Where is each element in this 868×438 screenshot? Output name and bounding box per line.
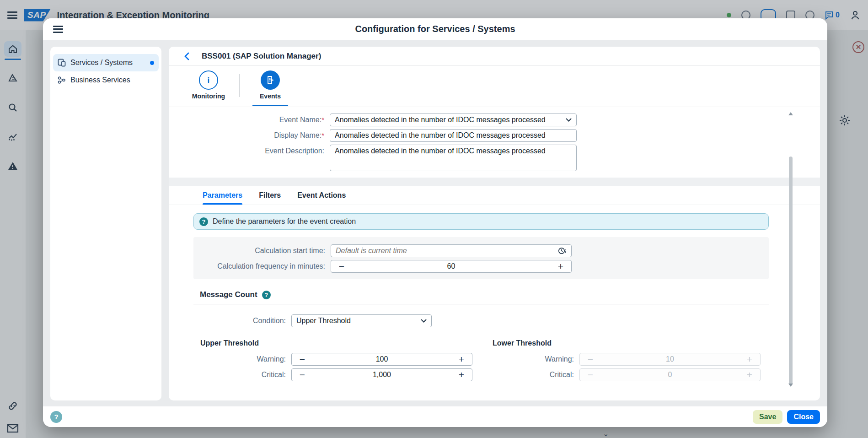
scroll-down-arrow[interactable] (788, 382, 793, 388)
calculation-panel: Calculation start time: Calculation freq… (193, 237, 769, 279)
save-button[interactable]: Save (753, 410, 782, 424)
start-time-input[interactable] (336, 247, 558, 255)
lower-critical-value (601, 371, 739, 379)
event-name-label: Event Name:* (169, 114, 330, 126)
lower-critical-stepper: − + (579, 368, 761, 381)
required-marker: * (321, 131, 324, 139)
scrollbar (788, 111, 793, 388)
lower-threshold-section: Lower Threshold Warning: − + Critical: (489, 339, 761, 381)
clock-icon[interactable] (558, 247, 567, 255)
start-time-field[interactable] (331, 244, 572, 257)
increase-button: + (739, 353, 760, 365)
info-icon (204, 76, 213, 85)
sidebar-item-label: Services / Systems (70, 59, 133, 67)
decrease-button[interactable]: − (292, 369, 313, 381)
increase-button: + (739, 369, 760, 381)
chevron-left-icon (184, 52, 189, 60)
chevron-down-icon (421, 319, 427, 323)
close-button[interactable]: Close (787, 410, 820, 424)
event-description-textarea[interactable]: Anomalies detected in the number of IDOC… (330, 145, 577, 171)
scrollbar-thumb[interactable] (789, 157, 793, 385)
critical-label: Critical: (169, 368, 291, 381)
display-name-label: Display Name:* (169, 129, 330, 142)
systems-icon (58, 59, 66, 67)
section-separator (169, 178, 820, 186)
tab-event-actions[interactable]: Event Actions (297, 186, 346, 205)
display-name-input[interactable] (330, 129, 577, 142)
divider (193, 304, 769, 304)
event-description-label: Event Description: (169, 145, 330, 157)
tab-label: Events (260, 92, 281, 100)
info-message-text: Define the parameters for the event crea… (213, 217, 356, 226)
help-icon[interactable]: ? (262, 291, 271, 299)
condition-select[interactable]: Upper Threshold (291, 314, 432, 327)
event-name-select[interactable]: Anomalies detected in the number of IDOC… (330, 114, 577, 126)
start-time-label: Calculation start time: (193, 244, 331, 257)
frequency-stepper: − + (331, 260, 572, 273)
help-icon[interactable]: ? (199, 217, 208, 226)
increase-button[interactable]: + (451, 369, 472, 381)
system-title: BSS001 (SAP Solution Manager) (202, 52, 321, 61)
dialog-header: Configuration for Services / Systems (43, 18, 827, 40)
decrease-button: − (580, 369, 601, 381)
frequency-value[interactable] (352, 262, 550, 270)
form-scroll-area: Event Name:* Anomalies detected in the n… (169, 107, 820, 400)
decrease-button: − (580, 353, 601, 365)
events-icon (266, 76, 275, 85)
upper-threshold-heading: Upper Threshold (200, 339, 489, 347)
dialog-sidebar: Services / Systems Business Services (50, 47, 161, 400)
upper-critical-stepper: − + (291, 368, 472, 381)
required-marker: * (321, 116, 324, 124)
lower-threshold-heading: Lower Threshold (493, 339, 761, 347)
warning-label: Warning: (489, 353, 579, 366)
dialog-main-panel: BSS001 (SAP Solution Manager) Monitoring… (169, 47, 820, 400)
upper-threshold-section: Upper Threshold Warning: − + Critical: (169, 339, 489, 381)
tab-label: Monitoring (192, 92, 225, 100)
decrease-button[interactable]: − (331, 260, 352, 272)
parameter-tabstrip: Parameters Filters Event Actions (169, 186, 820, 205)
back-button[interactable] (181, 50, 193, 62)
divider (239, 74, 240, 97)
share-icon (58, 76, 66, 84)
lower-warning-stepper: − + (579, 353, 761, 366)
configuration-dialog: Configuration for Services / Systems Ser… (43, 18, 827, 427)
increase-button[interactable]: + (451, 353, 472, 365)
info-message-strip: ? Define the parameters for the event cr… (193, 213, 769, 230)
chevron-down-icon (566, 118, 572, 122)
selected-dot-icon (150, 61, 154, 65)
dialog-menu-icon[interactable] (53, 26, 63, 33)
upper-critical-value[interactable] (313, 371, 451, 379)
sidebar-item-label: Business Services (70, 76, 130, 84)
icon-tab-bar: Monitoring Events (169, 66, 820, 107)
upper-warning-value[interactable] (313, 355, 451, 363)
lower-warning-value (601, 355, 739, 363)
tab-filters[interactable]: Filters (259, 186, 281, 205)
sidebar-item-services-systems[interactable]: Services / Systems (53, 54, 159, 71)
tab-events[interactable]: Events (252, 70, 288, 106)
message-count-heading: Message Count (200, 290, 257, 299)
dialog-title: Configuration for Services / Systems (43, 24, 827, 34)
decrease-button[interactable]: − (292, 353, 313, 365)
condition-label: Condition: (169, 314, 291, 327)
upper-warning-stepper: − + (291, 353, 472, 366)
sidebar-item-business-services[interactable]: Business Services (53, 71, 159, 89)
critical-label: Critical: (489, 368, 579, 381)
tab-monitoring[interactable]: Monitoring (191, 70, 226, 106)
tab-parameters[interactable]: Parameters (203, 186, 242, 205)
warning-label: Warning: (169, 353, 291, 366)
footer-help-button[interactable]: ? (50, 411, 62, 423)
increase-button[interactable]: + (550, 260, 571, 272)
frequency-label: Calculation frequency in minutes: (193, 260, 331, 273)
dialog-footer: ? Save Close (43, 406, 827, 427)
scroll-up-arrow[interactable] (788, 111, 793, 116)
